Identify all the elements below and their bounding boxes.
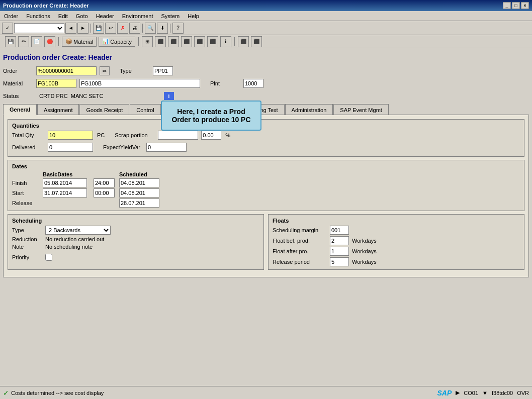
order-input[interactable] [36,66,97,75]
release-scheduled-input[interactable] [119,198,159,208]
float-bef-input[interactable] [330,236,349,245]
back-btn[interactable]: ✓ [2,23,13,34]
page-title: Production order Create: Header [3,51,529,63]
maximize-btn[interactable]: □ [512,2,520,9]
misc-btn2[interactable]: ⬛ [168,36,179,47]
tab-assignment[interactable]: Assignment [37,104,79,115]
sep6 [234,37,235,46]
release-period-label: Release period [273,259,328,265]
expect-yield-row: ExpectYieldVar [103,143,187,152]
command-input[interactable] [14,23,64,33]
menu-edit[interactable]: Edit [56,12,70,20]
minimize-btn[interactable]: _ [503,2,511,9]
scrap-pct-input[interactable] [201,131,221,140]
total-qty-row: Total Qty PC [12,131,105,140]
find-next-btn[interactable]: ⬇ [157,23,168,34]
status-right: SAP ▶ CO01 ▼ f38tdc00 OVR [437,389,529,397]
hierarchy-btn[interactable]: ⊞ [142,36,153,47]
finish-label: Finish [12,180,40,186]
menu-order[interactable]: Order [2,12,20,20]
menu-goto[interactable]: Goto [74,12,90,20]
sep4 [58,37,59,46]
basic-dates-header: BasicDates [43,171,91,177]
material-row: Material [3,79,200,88]
expect-yield-input[interactable] [146,143,187,152]
menu-header[interactable]: Header [94,12,116,20]
menu-functions[interactable]: Functions [24,12,52,20]
help-btn[interactable]: ? [172,23,184,34]
misc-btn1[interactable]: ⬛ [155,36,166,47]
status-label: Status [3,93,33,99]
edit-order-icon[interactable]: ✏ [100,66,110,75]
sched-type-select[interactable]: 2 Backwards [45,226,111,235]
note-label: Note [12,244,42,250]
next-btn[interactable]: ► [77,23,88,34]
menu-bar: Order Functions Edit Goto Header Environ… [0,11,532,21]
save-func-btn[interactable]: 💾 [5,36,16,47]
server1: ▶ [456,389,460,396]
title-bar-text: Production order Create: Header [3,3,89,9]
tabs-container: General Assignment Goods Receipt Control… [3,104,529,115]
release-period-unit: Workdays [352,259,387,265]
refresh-btn[interactable]: ↩ [105,23,116,34]
info-func-btn[interactable]: 🔴 [44,36,55,47]
total-qty-input[interactable] [48,131,93,140]
sched-margin-input[interactable] [330,226,349,235]
tab-goods-receipt[interactable]: Goods Receipt [79,104,129,115]
material-desc-input[interactable] [79,79,200,88]
find-btn[interactable]: 🔍 [145,23,156,34]
plant-input[interactable] [243,79,263,88]
material-input[interactable] [36,79,76,88]
start-basic-input[interactable] [43,188,87,197]
misc-btn3[interactable]: ⬛ [181,36,192,47]
annotation-text: Here, I create a Prod Order to produce 1… [171,108,250,124]
prev-btn[interactable]: ◄ [65,23,76,34]
menu-help[interactable]: Help [186,12,201,20]
float-bef-label: Float bef. prod. [273,238,328,244]
delivered-input[interactable] [48,143,93,152]
misc-btn6[interactable]: ℹ [220,36,231,47]
sep2 [142,24,143,33]
title-bar-buttons: _ □ × [503,2,529,9]
tab-sap-event[interactable]: SAP Event Mgmt [333,104,389,115]
type-row: Type [120,66,173,75]
delivered-label: Delivered [12,144,45,150]
tab-control[interactable]: Control [130,104,160,115]
finish-basic-input[interactable] [43,178,87,187]
stop-btn[interactable]: ✗ [117,23,128,34]
capacity-btn[interactable]: 📊 Capacity [99,37,135,47]
misc-btn4[interactable]: ⬛ [194,36,205,47]
material-btn[interactable]: 📦 Material [62,37,97,47]
misc-btn8[interactable]: ⬛ [251,36,262,47]
finish-scheduled-input[interactable] [119,178,159,187]
status-left: ✓ Costs determined --> see cost display [3,389,104,397]
edit-func-btn[interactable]: ✏ [18,36,29,47]
doc-func-btn[interactable]: 📄 [31,36,42,47]
release-period-input[interactable] [330,257,349,266]
start-basic-time-input[interactable] [94,188,115,197]
sep3 [170,24,170,33]
menu-system[interactable]: System [159,12,182,20]
priority-checkbox[interactable] [45,254,52,261]
float-bef-unit: Workdays [352,238,387,244]
scrap-pct-unit: % [225,132,230,138]
close-btn[interactable]: × [521,2,529,9]
float-after-input[interactable] [330,247,349,256]
start-scheduled-input[interactable] [119,188,159,197]
quantities-section: Quantities Total Qty PC Scrap portion % … [8,119,524,157]
misc-btn7[interactable]: ⬛ [238,36,249,47]
tab-general[interactable]: General [3,104,37,115]
misc-btn5[interactable]: ⬛ [207,36,218,47]
tab-administration[interactable]: Administration [285,104,333,115]
print-btn[interactable]: 🖨 [129,23,140,34]
info-button[interactable]: i [164,92,174,100]
sched-margin-label: Scheduling margin [273,227,328,233]
menu-environment[interactable]: Environment [120,12,155,20]
save-btn[interactable]: 💾 [93,23,104,34]
order-row: Order ✏ [3,66,110,75]
finish-basic-time-input[interactable] [94,178,115,187]
type-input[interactable] [153,66,173,75]
note-row: Note No scheduling note [12,244,259,250]
scrap-input[interactable] [158,131,198,140]
annotation-box: Here, I create a Prod Order to produce 1… [161,101,261,131]
